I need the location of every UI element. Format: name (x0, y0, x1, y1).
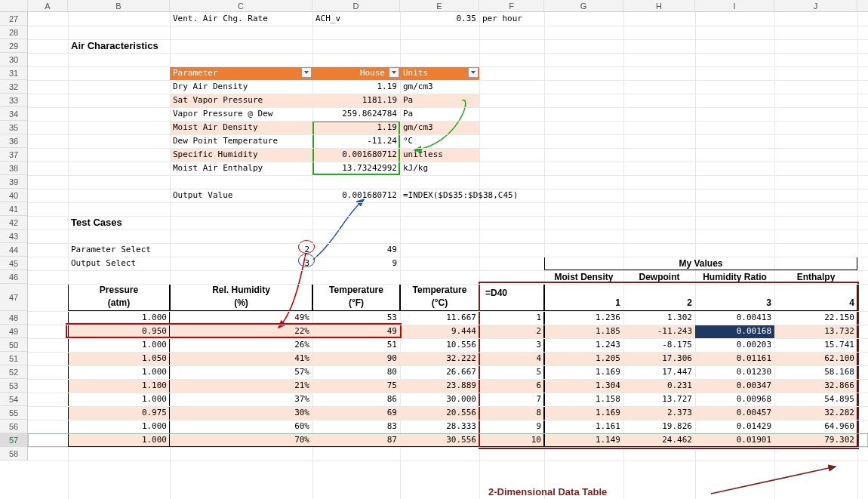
table-cell[interactable]: 6 (479, 379, 544, 393)
filter-icon[interactable] (301, 67, 312, 78)
table-cell[interactable]: 0.950 (68, 325, 170, 338)
col-B[interactable]: B (68, 0, 170, 11)
cell-D44[interactable]: 49 (312, 243, 400, 257)
filter-icon[interactable] (468, 67, 479, 78)
table-cell[interactable]: 60% (170, 420, 312, 433)
table-cell[interactable]: 0.231 (623, 379, 695, 393)
table-cell[interactable]: 62.100 (774, 352, 857, 365)
table-cell[interactable]: 1.169 (544, 365, 623, 379)
table-cell[interactable]: -8.175 (623, 338, 695, 352)
table-cell[interactable]: 24.462 (623, 433, 695, 447)
cell-units[interactable]: kJ/kg (400, 162, 479, 175)
cell-H47[interactable]: 2 (623, 296, 695, 310)
table-cell[interactable]: 1.161 (544, 420, 623, 433)
table-cell[interactable]: 0.975 (68, 406, 170, 420)
cell-I47[interactable]: 3 (695, 296, 774, 310)
table-cell[interactable]: 57% (170, 365, 312, 379)
cell-units[interactable]: gm/cm3 (400, 80, 479, 94)
table-cell[interactable]: 80 (312, 365, 400, 379)
col-G[interactable]: G (544, 0, 623, 11)
table-cell[interactable]: 26.667 (400, 365, 479, 379)
cell-param[interactable]: Dew Point Temperature (170, 134, 312, 148)
table-cell[interactable]: 75 (312, 379, 400, 393)
cell-param[interactable]: Specific Humidity (170, 148, 312, 162)
col-I[interactable]: I (695, 0, 774, 11)
table-cell[interactable]: 26% (170, 338, 312, 352)
table-cell[interactable]: 1.000 (68, 365, 170, 379)
cell-D40[interactable]: 0.001680712 (312, 189, 400, 202)
col-J[interactable]: J (774, 0, 857, 11)
table-cell[interactable]: 2.373 (623, 406, 695, 420)
cell-G47[interactable]: 1 (544, 296, 623, 310)
table-cell[interactable]: 0.01901 (695, 433, 774, 447)
table-cell[interactable]: 1.000 (68, 338, 170, 352)
table-cell[interactable]: 30% (170, 406, 312, 420)
spreadsheet-grid[interactable]: /* drawn below by loop */ Vent. Air Chg.… (28, 12, 868, 499)
cell-units[interactable]: unitless (400, 148, 479, 162)
table-cell[interactable]: 32.282 (774, 406, 857, 420)
cell-house[interactable]: 1.19 (312, 121, 400, 134)
table-cell[interactable]: 7 (479, 393, 544, 406)
table-cell[interactable]: 17.306 (623, 352, 695, 365)
table-cell[interactable]: 86 (312, 393, 400, 406)
table-cell[interactable]: 1.236 (544, 311, 623, 325)
table-cell[interactable]: 37% (170, 393, 312, 406)
table-cell[interactable]: 17.447 (623, 365, 695, 379)
table-cell[interactable]: 49 (312, 325, 400, 338)
table-cell[interactable]: 0.00413 (695, 311, 774, 325)
table-cell[interactable]: 64.960 (774, 420, 857, 433)
cell-units[interactable]: Pa (400, 107, 479, 121)
table-cell[interactable]: 1 (479, 311, 544, 325)
row-headers[interactable]: 27 28 29 30 31 32 33 34 35 36 37 38 39 4… (0, 12, 28, 460)
table-cell[interactable]: 32.866 (774, 379, 857, 393)
table-cell[interactable]: 1.185 (544, 325, 623, 338)
cell-I49-over[interactable]: 0.00168 (695, 325, 774, 338)
table-cell[interactable]: 1.243 (544, 338, 623, 352)
col-F[interactable]: F (479, 0, 544, 11)
table-cell[interactable]: 22.150 (774, 311, 857, 325)
cell-param[interactable]: Moist Air Enthalpy (170, 162, 312, 175)
cell-house[interactable]: 13.73242992 (312, 162, 400, 175)
cell-house[interactable]: 1181.19 (312, 94, 400, 107)
table-cell[interactable]: 49% (170, 311, 312, 325)
table-cell[interactable]: 10 (479, 433, 544, 447)
table-cell[interactable]: 1.000 (68, 433, 170, 447)
table-cell[interactable]: 2 (479, 325, 544, 338)
cell-house[interactable]: 0.001680712 (312, 148, 400, 162)
table-cell[interactable]: 8 (479, 406, 544, 420)
table-cell[interactable]: 23.889 (400, 379, 479, 393)
cell-J47[interactable]: 4 (774, 296, 857, 310)
table-cell[interactable]: 30.000 (400, 393, 479, 406)
cell-F47[interactable]: =D40 (482, 286, 544, 300)
cell-param[interactable]: Dry Air Density (170, 80, 312, 94)
cell-units[interactable]: °C (400, 134, 479, 148)
table-cell[interactable]: 51 (312, 338, 400, 352)
table-cell[interactable]: 1.149 (544, 433, 623, 447)
table-cell[interactable]: 79.302 (774, 433, 857, 447)
table-cell[interactable]: 28.333 (400, 420, 479, 433)
table-cell[interactable]: 5 (479, 365, 544, 379)
table-cell[interactable]: 13.732 (774, 325, 857, 338)
table-cell[interactable]: 0.01161 (695, 352, 774, 365)
table-cell[interactable]: 1.304 (544, 379, 623, 393)
hdr-units[interactable]: Units (400, 66, 479, 80)
table-cell[interactable]: 1.000 (68, 311, 170, 325)
table-cell[interactable]: 3 (479, 338, 544, 352)
table-cell[interactable]: 0.00457 (695, 406, 774, 420)
table-cell[interactable]: 1.000 (68, 420, 170, 433)
table-cell[interactable]: 90 (312, 352, 400, 365)
table-cell[interactable]: 1.158 (544, 393, 623, 406)
table-cell[interactable]: 1.169 (544, 406, 623, 420)
table-cell[interactable]: 0.01230 (695, 365, 774, 379)
cell-D27[interactable]: ACH_v (312, 12, 400, 26)
table-cell[interactable]: 11.667 (400, 311, 479, 325)
cell-house[interactable]: 1.19 (312, 80, 400, 94)
cell-E40[interactable]: =INDEX($D$35:$D$38,C45) (400, 189, 589, 202)
table-cell[interactable]: 15.741 (774, 338, 857, 352)
cell-units[interactable]: Pa (400, 94, 479, 107)
table-cell[interactable]: 1.100 (68, 379, 170, 393)
label-parameter-select[interactable]: Parameter Select (68, 243, 170, 257)
col-E[interactable]: E (400, 0, 479, 11)
cell-param[interactable]: Moist Air Density (170, 121, 312, 134)
table-cell[interactable]: 1.205 (544, 352, 623, 365)
